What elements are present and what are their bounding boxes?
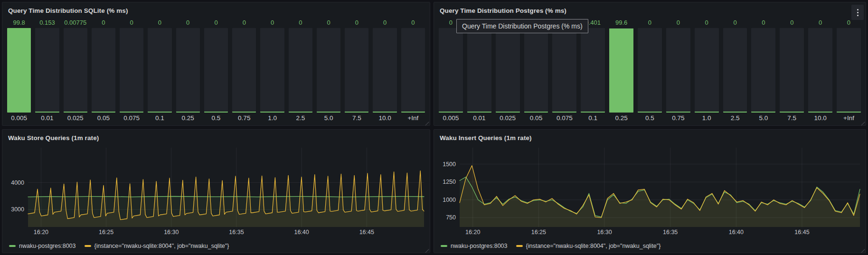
histogram-bar <box>401 28 425 113</box>
bar-value-label: 0 <box>780 18 804 28</box>
panel-waku-store-queries: Waku Store Queries (1m rate) 3000400016:… <box>2 129 430 253</box>
bucket-axis-label: +Inf <box>837 113 861 123</box>
time-series-chart-insert[interactable]: 75010001250150016:2016:2516:3016:3516:40… <box>438 144 863 236</box>
bar-gauge-column: 99.80.005 <box>7 18 31 123</box>
histogram-bar <box>524 28 548 113</box>
bar-value-label: 0 <box>808 18 832 28</box>
histogram-bar <box>260 28 284 113</box>
x-axis-tick-label: 16:30 <box>597 229 612 236</box>
histogram-bar <box>317 28 340 113</box>
bucket-axis-label: 0.025 <box>64 113 87 123</box>
bar-gauge-column: 05.0 <box>317 18 340 123</box>
bar-gauge-column: 99.60.25 <box>609 18 633 123</box>
x-axis-tick-label: 16:30 <box>164 229 179 236</box>
bar-gauge-column: 0+Inf <box>401 18 425 123</box>
bar-gauge-column: 00.005 <box>439 18 463 123</box>
histogram-bar-fill <box>176 112 200 113</box>
x-axis-tick-label: 16:35 <box>663 229 678 236</box>
bucket-axis-label: 0.025 <box>496 113 520 123</box>
legend-series-label: {instance="nwaku-sqlite:8004", job="nwak… <box>94 243 229 249</box>
bar-value-label: 99.6 <box>609 18 633 28</box>
legend-item[interactable]: nwaku-postgres:8003 <box>441 243 508 249</box>
histogram-bar <box>609 28 633 113</box>
bar-value-label: 0 <box>751 18 775 28</box>
legend-item[interactable]: nwaku-postgres:8003 <box>9 243 76 249</box>
histogram-bar-fill <box>439 112 463 113</box>
legend-item[interactable]: {instance="nwaku-sqlite:8004", job="nwak… <box>516 243 661 249</box>
bar-gauge-column: 01.0 <box>260 18 284 123</box>
bar-gauge-column: 00.075 <box>120 18 143 123</box>
bar-gauge-column: 00.1 <box>148 18 171 123</box>
histogram-bar-fill <box>552 112 576 113</box>
histogram-bar-fill <box>120 112 143 113</box>
histogram-bar-fill <box>666 112 690 113</box>
histogram-bar-fill <box>289 112 312 113</box>
histogram-bar <box>808 28 832 113</box>
legend-insert: nwaku-postgres:8003{instance="nwaku-sqli… <box>441 243 862 249</box>
bar-value-label: 0 <box>289 18 312 28</box>
bucket-axis-label: 0.25 <box>176 113 200 123</box>
bucket-axis-label: 0.05 <box>524 113 548 123</box>
panel-resize-handle[interactable] <box>860 120 866 125</box>
panel-title-sqlite-distribution[interactable]: Query Time Distribution SQLite (% ms) <box>8 7 128 14</box>
histogram-bar-fill <box>260 112 284 113</box>
x-axis-tick-label: 16:40 <box>294 229 309 236</box>
x-axis-tick-label: 16:20 <box>465 229 480 236</box>
bar-gauge-column: 07.5 <box>345 18 368 123</box>
bucket-axis-label: 0.5 <box>204 113 228 123</box>
bar-value-label: 0.00775 <box>64 18 87 28</box>
histogram-bar <box>780 28 804 113</box>
bar-value-label: 0 <box>260 18 284 28</box>
panel-resize-handle[interactable] <box>425 120 430 125</box>
y-axis-tick-label: 1000 <box>443 197 456 203</box>
bar-value-label: 0 <box>373 18 396 28</box>
panel-title-postgres-distribution[interactable]: Query Time Distribution Postgres (% ms) <box>440 7 566 14</box>
bar-value-label: 0 <box>695 18 719 28</box>
y-axis-tick-label: 750 <box>446 214 456 221</box>
bucket-axis-label: 0.1 <box>581 113 605 123</box>
legend-store: nwaku-postgres:8003{instance="nwaku-sqli… <box>9 243 426 249</box>
bucket-axis-label: 0.05 <box>92 113 115 123</box>
panel-title-waku-insert-queries[interactable]: Waku Insert Queries (1m rate) <box>440 134 532 142</box>
bucket-axis-label: 0.075 <box>120 113 143 123</box>
histogram-bar <box>552 28 576 113</box>
legend-series-label: {instance="nwaku-sqlite:8004", job="nwak… <box>526 243 661 249</box>
bar-value-label: 0 <box>317 18 340 28</box>
bucket-axis-label: 1.0 <box>260 113 284 123</box>
bar-value-label: 0.153 <box>35 18 59 28</box>
histogram-bar <box>467 28 491 113</box>
bar-value-label: 0 <box>204 18 228 28</box>
bar-gauge-column: 00.075 <box>552 18 576 123</box>
histogram-bar <box>837 28 861 113</box>
panel-resize-handle[interactable] <box>425 247 430 253</box>
histogram-bar <box>289 28 312 113</box>
histogram-bar-fill <box>467 112 491 113</box>
histogram-bar <box>581 28 605 113</box>
time-series-chart-store[interactable]: 3000400016:2016:2516:3016:3516:4016:45 <box>6 144 427 236</box>
legend-item[interactable]: {instance="nwaku-sqlite:8004", job="nwak… <box>85 243 229 249</box>
bucket-axis-label: 0.01 <box>35 113 59 123</box>
histogram-bar <box>638 28 662 113</box>
bar-gauge-column: 00.01 <box>467 18 491 123</box>
x-axis-tick-label: 16:45 <box>359 229 374 236</box>
histogram-bar <box>35 28 59 113</box>
bar-gauge-column: 00.75 <box>666 18 690 123</box>
bucket-axis-label: 0.75 <box>232 113 256 123</box>
histogram-bar-fill <box>609 28 633 113</box>
bucket-axis-label: 0.1 <box>148 113 171 123</box>
grafana-dashboard: Query Time Distribution SQLite (% ms) 99… <box>0 0 868 255</box>
histogram-bar <box>373 28 396 113</box>
panel-menu-button[interactable] <box>851 5 864 20</box>
histogram-bar-fill <box>401 112 425 113</box>
bar-gauge-column: 00.05 <box>524 18 548 123</box>
panel-query-time-distribution-sqlite: Query Time Distribution SQLite (% ms) 99… <box>2 2 430 126</box>
bar-gauge-column: 010.0 <box>373 18 396 123</box>
y-axis-tick-label: 3000 <box>11 206 24 213</box>
bucket-axis-label: +Inf <box>401 113 425 123</box>
bucket-axis-label: 5.0 <box>317 113 340 123</box>
panel-resize-handle[interactable] <box>860 247 866 253</box>
panel-title-waku-store-queries[interactable]: Waku Store Queries (1m rate) <box>8 134 99 142</box>
y-axis-tick-label: 4000 <box>11 179 24 186</box>
bar-value-label: 0 <box>176 18 200 28</box>
panel-header: Query Time Distribution SQLite (% ms) <box>2 2 430 18</box>
